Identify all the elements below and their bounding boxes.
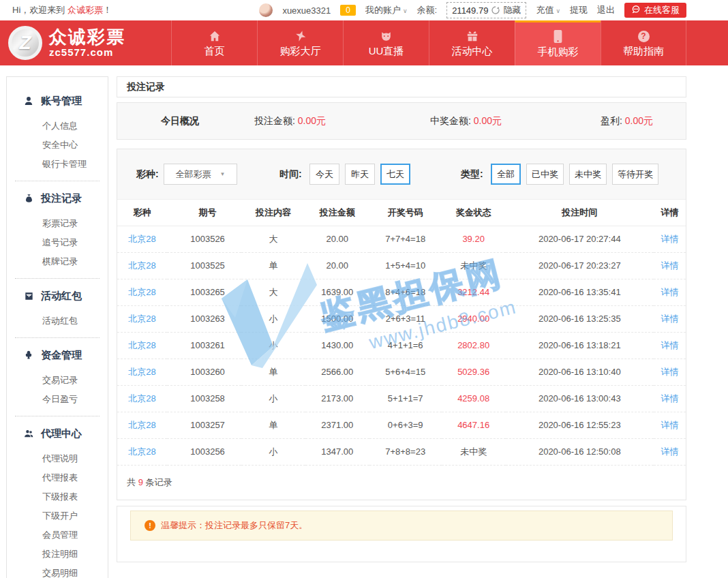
table-row: 北京281003257单2371.000+6+3=94647.162020-06… <box>117 412 686 438</box>
lottery-cell: 北京28 <box>117 332 167 359</box>
bet-time-cell: 2020-06-16 13:35:41 <box>506 279 654 305</box>
detail-cell: 详情 <box>654 279 686 305</box>
logout-link[interactable]: 退出 <box>597 4 615 16</box>
column-header: 投注金额 <box>305 200 369 226</box>
sidebar-item[interactable]: 活动红包 <box>7 311 108 331</box>
detail-link[interactable]: 详情 <box>661 367 679 377</box>
sidebar-item[interactable]: 交易记录 <box>7 371 108 390</box>
sidebar-item[interactable]: 投注明细 <box>7 545 108 564</box>
bet-content-cell: 大 <box>241 226 305 252</box>
online-service-button[interactable]: 在线客服 <box>624 3 686 18</box>
sidebar-item[interactable]: 棋牌记录 <box>7 252 108 271</box>
sidebar-section-user[interactable]: 账号管理 <box>7 91 108 111</box>
table-row: 北京281003265大1639.008+4+6=183212.442020-0… <box>117 279 686 305</box>
detail-link[interactable]: 详情 <box>661 393 679 404</box>
notice-box: ! 温馨提示：投注记录最多只保留7天。 <box>117 506 686 562</box>
sidebar-item[interactable]: 彩票记录 <box>7 214 108 233</box>
lottery-link[interactable]: 北京28 <box>128 260 155 271</box>
type-filter-button[interactable]: 等待开奖 <box>612 164 658 185</box>
nav-item-help[interactable]: ?帮助指南 <box>601 20 686 65</box>
lottery-link[interactable]: 北京28 <box>128 234 155 244</box>
type-filter-button[interactable]: 已中奖 <box>526 164 564 185</box>
time-filter-button[interactable]: 昨天 <box>345 164 375 185</box>
detail-cell: 详情 <box>654 385 686 412</box>
type-filter-button[interactable]: 全部 <box>491 164 521 185</box>
sidebar-item[interactable]: 交易明细 <box>7 564 108 578</box>
detail-link[interactable]: 详情 <box>661 260 679 271</box>
bet-time-cell: 2020-06-16 13:18:21 <box>506 332 654 359</box>
detail-cell: 详情 <box>654 252 686 279</box>
sidebar-item[interactable]: 银行卡管理 <box>7 155 108 174</box>
sidebar-section-redpacket[interactable]: 活动红包 <box>7 286 108 306</box>
sidebar-item[interactable]: 安全中心 <box>7 136 108 155</box>
sidebar-item[interactable]: 追号记录 <box>7 233 108 252</box>
lottery-link[interactable]: 北京28 <box>128 367 155 377</box>
topbar: Hi，欢迎来到 众诚彩票！ xuexue3321 0 我的账户∨ 余额: 211… <box>0 0 728 20</box>
nav-item-label: 帮助指南 <box>623 45 664 58</box>
lottery-filter-label: 彩种: <box>136 168 161 181</box>
detail-link[interactable]: 详情 <box>661 340 679 350</box>
lottery-cell: 北京28 <box>117 252 167 279</box>
today-summary: 今日概况 投注金额: 0.00元 中奖金额: 0.00元 盈利: 0.00元 <box>117 102 686 140</box>
lottery-link[interactable]: 北京28 <box>128 393 155 404</box>
lottery-link[interactable]: 北京28 <box>128 446 155 457</box>
hide-balance-toggle[interactable]: 隐藏 <box>503 4 521 16</box>
bet-content-cell: 大 <box>241 279 305 305</box>
type-filter-button[interactable]: 未中奖 <box>569 164 607 185</box>
time-filter-button[interactable]: 今天 <box>309 164 339 185</box>
lottery-link[interactable]: 北京28 <box>128 287 155 297</box>
withdraw-link[interactable]: 提现 <box>570 4 588 16</box>
draw-numbers-cell: 7+8+8=23 <box>369 438 442 465</box>
nav-item-gift[interactable]: 活动中心 <box>429 20 515 65</box>
main-nav: Z 众诚彩票 zc5577.com 首页购彩大厅UU直播活动中心手机购彩?帮助指… <box>0 20 728 65</box>
draw-numbers-cell: 8+4+6=18 <box>369 279 442 305</box>
lottery-select[interactable]: 全部彩票 ▼ <box>164 164 237 185</box>
lottery-link[interactable]: 北京28 <box>128 340 155 350</box>
sidebar-item[interactable]: 下级开户 <box>7 506 108 526</box>
sidebar-item[interactable]: 代理报表 <box>7 468 108 487</box>
issue-cell: 1003256 <box>167 438 241 465</box>
sidebar-section-funds[interactable]: 资金管理 <box>7 345 108 365</box>
column-header: 开奖号码 <box>369 200 442 226</box>
logo-name: 众诚彩票 <box>49 28 125 46</box>
logo-domain: zc5577.com <box>49 47 125 58</box>
nav-item-home[interactable]: 首页 <box>171 20 257 65</box>
bet-time-cell: 2020-06-16 12:50:08 <box>506 438 654 465</box>
detail-link[interactable]: 详情 <box>661 234 679 244</box>
time-filter-button[interactable]: 七天 <box>380 164 410 185</box>
sidebar-item[interactable]: 下级报表 <box>7 487 108 506</box>
sidebar-item[interactable]: 个人信息 <box>7 117 108 136</box>
message-count-badge[interactable]: 0 <box>340 5 356 16</box>
nav-item-live[interactable]: UU直播 <box>343 20 429 65</box>
select-arrow-icon: ▼ <box>220 171 226 177</box>
lottery-link[interactable]: 北京28 <box>128 420 155 430</box>
detail-link[interactable]: 详情 <box>661 287 679 297</box>
table-row: 北京281003260单2566.005+6+4=155029.362020-0… <box>117 359 686 385</box>
site-logo[interactable]: Z 众诚彩票 zc5577.com <box>8 20 125 65</box>
bet-amount-cell: 1639.00 <box>305 279 369 305</box>
draw-numbers-cell: 2+6+3=11 <box>369 305 442 332</box>
recharge-menu[interactable]: 充值∨ <box>536 4 560 16</box>
sidebar-item[interactable]: 代理说明 <box>7 449 108 468</box>
sidebar-item[interactable]: 会员管理 <box>7 526 108 545</box>
balance-box[interactable]: 21149.79 隐藏 <box>446 2 526 18</box>
table-header-row: 彩种期号投注内容投注金额开奖号码奖金状态投注时间详情 <box>117 200 686 226</box>
detail-link[interactable]: 详情 <box>661 314 679 324</box>
lottery-cell: 北京28 <box>117 279 167 305</box>
prize-status-cell: 未中奖 <box>442 438 506 465</box>
issue-cell: 1003258 <box>167 385 241 412</box>
nav-item-phone[interactable]: 手机购彩 <box>515 20 601 65</box>
sidebar-item[interactable]: 今日盈亏 <box>7 390 108 409</box>
detail-link[interactable]: 详情 <box>661 420 679 430</box>
draw-numbers-cell: 0+6+3=9 <box>369 412 442 438</box>
type-filter-label: 类型: <box>461 168 485 181</box>
lottery-link[interactable]: 北京28 <box>128 314 155 324</box>
refresh-icon[interactable] <box>491 6 500 14</box>
detail-link[interactable]: 详情 <box>661 446 679 457</box>
page-title: 投注记录 <box>117 76 686 97</box>
nav-item-label: UU直播 <box>369 45 404 58</box>
account-menu[interactable]: 我的账户∨ <box>365 4 408 16</box>
nav-item-star[interactable]: 购彩大厅 <box>257 20 343 65</box>
sidebar-section-agents[interactable]: 代理中心 <box>7 423 108 444</box>
sidebar-section-moneybag[interactable]: 投注记录 <box>7 188 108 209</box>
